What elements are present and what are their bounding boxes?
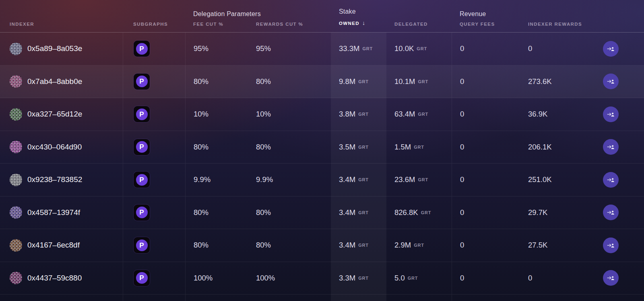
subgraph-icon-circle: P bbox=[136, 207, 148, 218]
indexer-rewards-cell: 251.0K bbox=[520, 164, 595, 196]
delegated-stake-cell: 5.0GRT bbox=[386, 262, 452, 295]
indexer-rewards-cell: 36.9K bbox=[520, 98, 595, 131]
table-row[interactable]: 0x5a89–8a053e P 95% 95% 33.3MGRT 10.0KGR… bbox=[0, 33, 644, 66]
table-row[interactable]: 0x9238–783852 P 9.9% 9.9% 3.4MGRT 23.6MG… bbox=[0, 164, 644, 197]
subgraph-icon: P bbox=[134, 41, 150, 57]
actions-cell bbox=[595, 197, 644, 229]
grt-unit: GRT bbox=[358, 210, 369, 215]
column-header-rewards-cut[interactable]: REWARDS CUT % bbox=[248, 0, 331, 32]
delegate-button[interactable] bbox=[603, 106, 619, 122]
delegate-arrow-person-icon bbox=[607, 77, 615, 86]
fee-cut-column-label: FEE CUT % bbox=[193, 22, 248, 27]
table-row[interactable]: 0x4587–13974f P 80% 80% 3.4MGRT 826.8KGR… bbox=[0, 197, 644, 229]
subgraphs-cell: P bbox=[123, 131, 185, 164]
subgraph-icon: P bbox=[134, 205, 150, 221]
subgraph-icon-letter: P bbox=[139, 209, 144, 216]
subgraph-icon-circle: P bbox=[136, 141, 148, 153]
fee-cut-value: 80% bbox=[194, 208, 208, 217]
delegate-arrow-person-icon bbox=[607, 143, 615, 151]
delegate-button[interactable] bbox=[603, 74, 619, 89]
subgraph-icon: P bbox=[134, 237, 150, 253]
owned-value: 33.3M bbox=[339, 44, 359, 53]
delegate-button[interactable] bbox=[603, 205, 619, 220]
actions-cell bbox=[595, 33, 644, 65]
query-fees-value: 0 bbox=[460, 241, 464, 250]
indexer-identicon bbox=[10, 75, 22, 88]
rewards-cut-value: 80% bbox=[256, 208, 271, 217]
indexer-rewards-value: 273.6K bbox=[528, 77, 552, 86]
table-row[interactable]: 0xc430–064d90 P 80% 80% 3.5MGRT 1.5MGRT … bbox=[0, 131, 644, 164]
column-header-owned[interactable]: Stake OWNED↓ bbox=[331, 0, 386, 32]
indexer-identicon bbox=[10, 272, 22, 284]
owned-value: 3.3M bbox=[339, 274, 355, 283]
subgraph-icon-circle: P bbox=[136, 272, 148, 284]
indexer-address: 0x4587–13974f bbox=[27, 208, 80, 217]
subgraph-icon: P bbox=[134, 74, 150, 90]
delegated-value: 10.0K bbox=[394, 44, 414, 53]
owned-stake-cell bbox=[331, 295, 386, 301]
table-row[interactable]: 0x4167–6ec8df P 80% 80% 3.4MGRT 2.9MGRT … bbox=[0, 229, 644, 262]
subgraphs-cell: P bbox=[123, 262, 185, 295]
table-row[interactable]: 0x7ab4–8abb0e P 80% 80% 9.8MGRT 10.1MGRT… bbox=[0, 66, 644, 98]
grt-unit: GRT bbox=[414, 243, 424, 248]
subgraph-icon-letter: P bbox=[139, 143, 144, 150]
delegate-button[interactable] bbox=[603, 270, 619, 286]
column-header-delegated[interactable]: DELEGATED bbox=[386, 0, 452, 32]
query-fees-cell: 0 bbox=[452, 262, 520, 295]
query-fees-cell: 0 bbox=[452, 164, 520, 196]
table-row[interactable]: 0xa327–65d12e P 10% 10% 3.8MGRT 63.4MGRT… bbox=[0, 98, 644, 131]
query-fees-value: 0 bbox=[460, 44, 464, 53]
indexer-identicon bbox=[10, 108, 22, 121]
indexer-address: 0xa327–65d12e bbox=[27, 110, 82, 119]
indexer-rewards-value: 29.7K bbox=[528, 208, 547, 217]
subgraph-icon-circle: P bbox=[136, 76, 148, 87]
delegate-button[interactable] bbox=[603, 238, 619, 253]
table-row[interactable]: 0x4437–59c880 P 100% 100% 3.3MGRT 5.0GRT… bbox=[0, 262, 644, 295]
rewards-cut-cell: 80% bbox=[248, 131, 331, 164]
column-header-query-fees[interactable]: Revenue QUERY FEES bbox=[452, 0, 520, 32]
fee-cut-value: 80% bbox=[194, 241, 208, 250]
indexer-rewards-value: 0 bbox=[528, 44, 532, 53]
query-fees-cell: 0 bbox=[452, 229, 520, 262]
indexer-address: 0x4437–59c880 bbox=[27, 274, 82, 283]
subgraph-icon-letter: P bbox=[139, 45, 144, 52]
owned-stake-cell: 3.4MGRT bbox=[331, 164, 386, 196]
delegate-arrow-person-icon bbox=[607, 110, 615, 119]
grt-unit: GRT bbox=[362, 46, 373, 51]
owned-value: 9.8M bbox=[339, 77, 355, 86]
rewards-cut-cell: 80% bbox=[248, 229, 331, 262]
delegate-arrow-person-icon bbox=[607, 176, 615, 184]
query-fees-cell bbox=[452, 295, 520, 301]
indexer-cell: 0x4167–6ec8df bbox=[0, 229, 123, 262]
column-header-actions bbox=[595, 0, 644, 32]
grt-unit: GRT bbox=[414, 145, 424, 149]
subgraphs-cell: P bbox=[123, 197, 185, 229]
rewards-cut-cell: 80% bbox=[248, 197, 331, 229]
actions-cell bbox=[595, 295, 644, 301]
subgraph-icon: P bbox=[134, 172, 150, 188]
delegate-button[interactable] bbox=[603, 172, 619, 188]
delegated-stake-cell: 10.0KGRT bbox=[386, 33, 452, 65]
owned-value: 3.8M bbox=[339, 110, 355, 119]
indexer-rewards-cell: 27.5K bbox=[520, 229, 595, 262]
delegated-stake-cell bbox=[386, 295, 452, 301]
subgraph-icon-letter: P bbox=[139, 78, 144, 85]
subgraph-icon-letter: P bbox=[139, 176, 144, 183]
query-fees-value: 0 bbox=[460, 208, 464, 217]
indexer-column-label: INDEXER bbox=[10, 22, 123, 27]
column-header-fee-cut[interactable]: Delegation Parameters FEE CUT % bbox=[185, 0, 248, 32]
actions-cell bbox=[595, 131, 644, 164]
column-header-subgraphs[interactable]: SUBGRAPHS bbox=[123, 0, 185, 32]
column-header-indexer-rewards[interactable]: INDEXER REWARDS bbox=[520, 0, 595, 32]
delegate-arrow-person-icon bbox=[607, 208, 615, 217]
delegate-button[interactable] bbox=[603, 139, 619, 155]
subgraphs-cell: P bbox=[123, 66, 185, 98]
indexer-address: 0x5a89–8a053e bbox=[27, 44, 82, 53]
column-header-indexer[interactable]: INDEXER bbox=[0, 0, 123, 32]
grt-unit: GRT bbox=[418, 79, 428, 84]
delegate-button[interactable] bbox=[603, 41, 619, 57]
owned-value: 3.4M bbox=[339, 175, 355, 184]
delegate-arrow-person-icon bbox=[607, 45, 615, 53]
owned-column-label: OWNED bbox=[339, 21, 359, 26]
subgraph-icon-letter: P bbox=[139, 111, 144, 118]
